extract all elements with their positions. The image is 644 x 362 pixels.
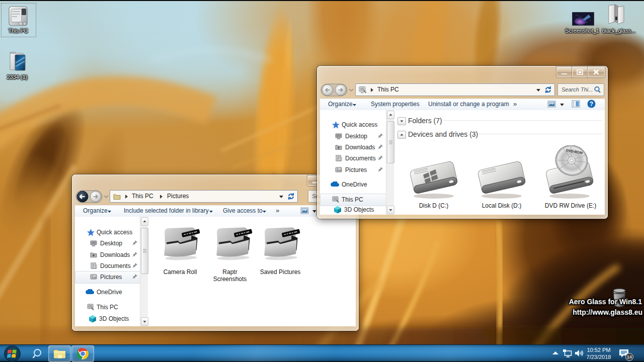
- svg-text:?: ?: [590, 101, 593, 108]
- svg-text:14: 14: [627, 354, 632, 359]
